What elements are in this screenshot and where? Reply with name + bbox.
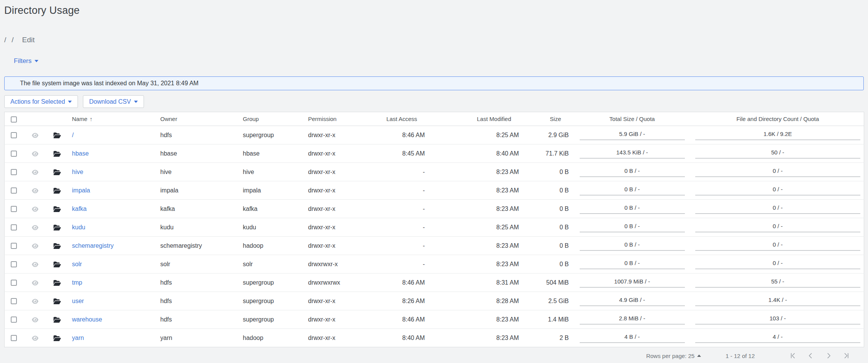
folder-open-icon xyxy=(53,316,61,322)
permission-cell: drwxr-xr-x xyxy=(302,329,352,347)
column-header-owner[interactable]: Owner xyxy=(154,112,237,126)
directory-link[interactable]: tmp xyxy=(72,279,83,286)
row-preview-cell xyxy=(22,163,42,181)
column-header-permission[interactable]: Permission xyxy=(302,112,352,126)
eye-icon[interactable] xyxy=(31,132,39,138)
column-header-name[interactable]: Name↑ xyxy=(66,112,154,126)
row-type-cell xyxy=(42,200,66,218)
permission-cell: drwxrwxrwx xyxy=(302,273,352,292)
eye-icon[interactable] xyxy=(31,261,39,267)
directory-link[interactable]: schemaregistry xyxy=(72,242,114,249)
size-cell: 2.9 GiB xyxy=(523,126,573,144)
directory-link[interactable]: / xyxy=(72,132,74,138)
directory-link[interactable]: impala xyxy=(72,187,90,194)
last-access-cell: - xyxy=(352,200,429,218)
table-row: yarn yarn hadoop drwxr-xr-x 8:40 AM 8:23… xyxy=(5,329,864,347)
row-checkbox[interactable] xyxy=(11,224,17,230)
actions-for-selected-button[interactable]: Actions for Selected xyxy=(4,95,78,108)
size-cell: 0 B xyxy=(523,237,573,255)
filters-toggle[interactable]: Filters xyxy=(14,57,38,65)
select-all-checkbox[interactable] xyxy=(11,116,17,123)
row-type-cell xyxy=(42,181,66,200)
name-cell: hbase xyxy=(66,144,154,163)
eye-icon[interactable] xyxy=(31,206,39,212)
eye-icon[interactable] xyxy=(31,298,39,304)
last-page-icon xyxy=(842,352,850,360)
last-page-button[interactable] xyxy=(842,352,850,360)
row-checkbox[interactable] xyxy=(11,298,17,304)
row-type-cell xyxy=(42,329,66,347)
total-size-quota-cell: 0 B / - xyxy=(573,218,692,237)
total-size-quota-value: 0 B / - xyxy=(580,259,685,267)
breadcrumb-edit-link[interactable]: Edit xyxy=(22,36,35,44)
column-header-last-access[interactable]: Last Access xyxy=(352,112,429,126)
row-checkbox[interactable] xyxy=(11,187,17,194)
rows-per-page-dropdown[interactable]: Rows per page: 25 xyxy=(646,353,701,359)
directory-link[interactable]: kudu xyxy=(72,224,86,230)
name-cell: user xyxy=(66,292,154,310)
eye-icon[interactable] xyxy=(31,150,39,157)
group-cell: impala xyxy=(237,181,302,200)
permission-cell: drwxr-xr-x xyxy=(302,237,352,255)
row-checkbox[interactable] xyxy=(11,243,17,249)
total-size-quota-bar xyxy=(580,324,685,325)
row-checkbox[interactable] xyxy=(11,151,17,157)
directory-link[interactable]: hive xyxy=(72,169,83,175)
folder-open-icon xyxy=(53,260,61,267)
column-header-last-modified[interactable]: Last Modified xyxy=(429,112,523,126)
first-page-button[interactable] xyxy=(789,352,797,360)
column-header-count-quota[interactable]: File and Directory Count / Quota xyxy=(692,112,864,126)
eye-icon[interactable] xyxy=(31,335,39,341)
download-csv-button[interactable]: Download CSV xyxy=(83,95,144,108)
count-quota-cell: 0 / - xyxy=(692,237,864,255)
sort-ascending-icon: ↑ xyxy=(90,116,93,122)
count-quota-bar xyxy=(695,232,861,232)
eye-icon[interactable] xyxy=(31,224,39,230)
eye-icon[interactable] xyxy=(31,169,39,175)
next-page-button[interactable] xyxy=(825,352,832,360)
row-type-cell xyxy=(42,292,66,310)
total-size-quota-cell: 5.9 GiB / - xyxy=(573,126,692,144)
column-header-group[interactable]: Group xyxy=(237,112,302,126)
last-modified-cell: 8:25 AM xyxy=(429,126,523,144)
directory-link[interactable]: kafka xyxy=(72,206,87,212)
directory-link[interactable]: hbase xyxy=(72,150,89,157)
column-header-size[interactable]: Size xyxy=(523,112,573,126)
eye-icon[interactable] xyxy=(31,316,39,323)
row-checkbox[interactable] xyxy=(11,206,17,212)
directory-link[interactable]: user xyxy=(72,298,84,304)
name-cell: impala xyxy=(66,181,154,200)
count-quota-cell: 0 / - xyxy=(692,218,864,237)
directory-link[interactable]: yarn xyxy=(72,335,84,341)
total-size-quota-bar xyxy=(580,213,685,214)
size-cell: 2 B xyxy=(523,329,573,347)
previous-page-button[interactable] xyxy=(807,352,815,360)
row-checkbox[interactable] xyxy=(11,169,17,175)
total-size-quota-value: 0 B / - xyxy=(580,222,685,230)
total-size-quota-cell: 4 B / - xyxy=(573,329,692,347)
row-checkbox[interactable] xyxy=(11,317,17,323)
eye-icon[interactable] xyxy=(31,187,39,194)
directory-link[interactable]: warehouse xyxy=(72,316,102,323)
row-checkbox[interactable] xyxy=(11,335,17,341)
count-quota-value: 0 / - xyxy=(695,204,861,212)
size-cell: 71.7 KiB xyxy=(523,144,573,163)
row-checkbox[interactable] xyxy=(11,261,17,267)
last-access-cell: - xyxy=(352,255,429,273)
eye-icon[interactable] xyxy=(31,242,39,249)
table-row: impala impala impala drwxr-xr-x - 8:23 A… xyxy=(5,181,864,200)
row-checkbox[interactable] xyxy=(11,132,17,138)
filters-label: Filters xyxy=(14,57,31,65)
column-header-total-size-quota[interactable]: Total Size / Quota xyxy=(573,112,692,126)
last-access-cell: - xyxy=(352,163,429,181)
directory-link[interactable]: solr xyxy=(72,261,82,267)
count-quota-bar xyxy=(695,176,861,177)
eye-icon[interactable] xyxy=(31,279,39,286)
last-access-cell: - xyxy=(352,218,429,237)
row-checkbox[interactable] xyxy=(11,280,17,286)
folder-open-icon xyxy=(53,131,61,138)
total-size-quota-value: 2.8 MiB / - xyxy=(580,315,685,322)
row-preview-cell xyxy=(22,200,42,218)
table-row: warehouse hdfs supergroup drwxr-xr-x 8:4… xyxy=(5,310,864,329)
total-size-quota-cell: 0 B / - xyxy=(573,163,692,181)
